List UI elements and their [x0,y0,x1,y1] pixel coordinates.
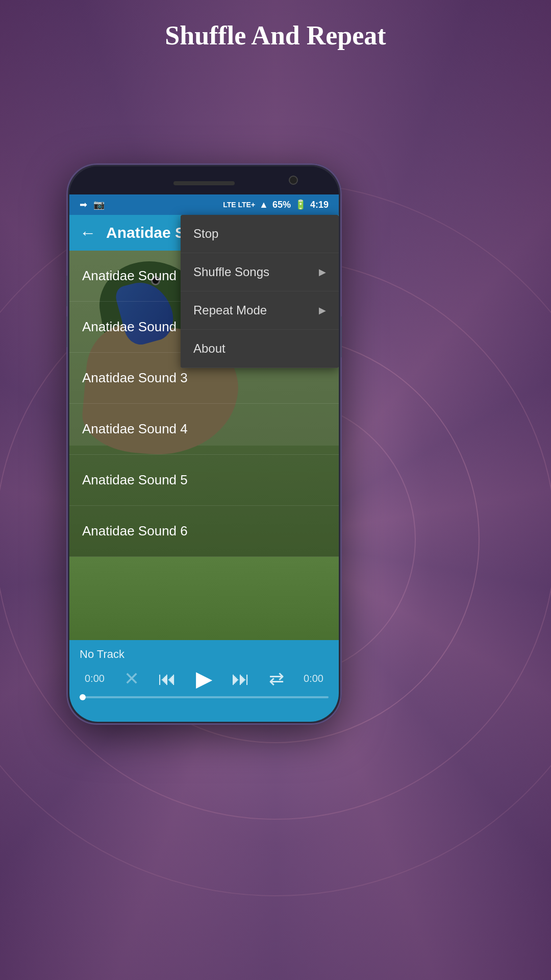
list-item[interactable]: Anatidae Sound 4 [69,404,339,455]
network-label: LTE LTE+ [223,201,255,209]
status-right: LTE LTE+ ▲ 65% 🔋 4:19 [223,199,329,210]
whatsapp-icon: ➡ [80,199,87,210]
shuffle-button[interactable]: ✕ [124,668,139,690]
list-item[interactable]: Anatidae Sound 5 [69,455,339,506]
battery-label: 65% [272,200,291,210]
submenu-arrow-icon: ▶ [319,305,326,316]
context-menu-repeat[interactable]: Repeat Mode ▶ [181,291,339,330]
image-icon: 📷 [93,199,105,210]
player-controls: 0:00 ✕ ⏮ ▶ ⏭ ⇄ 0:00 [69,664,339,694]
track-name: No Track [69,640,339,664]
submenu-arrow-icon: ▶ [319,266,326,278]
phone-notch [69,166,339,194]
back-button[interactable]: ← [80,224,96,242]
play-button[interactable]: ▶ [196,666,212,691]
context-menu-about[interactable]: About [181,330,339,368]
progress-dot [80,694,86,700]
status-bar: ➡ 📷 LTE LTE+ ▲ 65% 🔋 4:19 [69,194,339,215]
status-left: ➡ 📷 [80,199,105,210]
progress-bar[interactable] [80,696,329,698]
signal-bars: ▲ [259,200,268,210]
volume-down-button[interactable] [66,316,67,347]
header-title: Anatidae S [106,224,185,241]
repeat-button[interactable]: ⇄ [269,668,284,690]
time-label: 4:19 [310,200,329,210]
time-start: 0:00 [85,673,105,684]
phone-frame: ➡ 📷 LTE LTE+ ▲ 65% 🔋 4:19 ← Anatidae S [66,163,342,725]
battery-icon: 🔋 [295,199,306,210]
power-button[interactable] [341,316,342,357]
context-menu-shuffle[interactable]: Shuffle Songs ▶ [181,253,339,291]
volume-up-button[interactable] [66,276,67,306]
speaker-grille [173,181,235,185]
page-title: Shuffle And Repeat [0,20,551,51]
prev-button[interactable]: ⏮ [158,668,177,690]
next-button[interactable]: ⏭ [232,668,250,690]
player-bar: No Track 0:00 ✕ ⏮ ▶ ⏭ ⇄ 0:00 [69,640,339,722]
list-item[interactable]: Anatidae Sound 6 [69,506,339,557]
context-menu-stop[interactable]: Stop [181,215,339,253]
time-end: 0:00 [304,673,323,684]
phone-inner: ➡ 📷 LTE LTE+ ▲ 65% 🔋 4:19 ← Anatidae S [69,166,339,722]
context-menu: Stop Shuffle Songs ▶ Repeat Mode ▶ About [181,215,339,368]
front-camera [289,176,298,185]
